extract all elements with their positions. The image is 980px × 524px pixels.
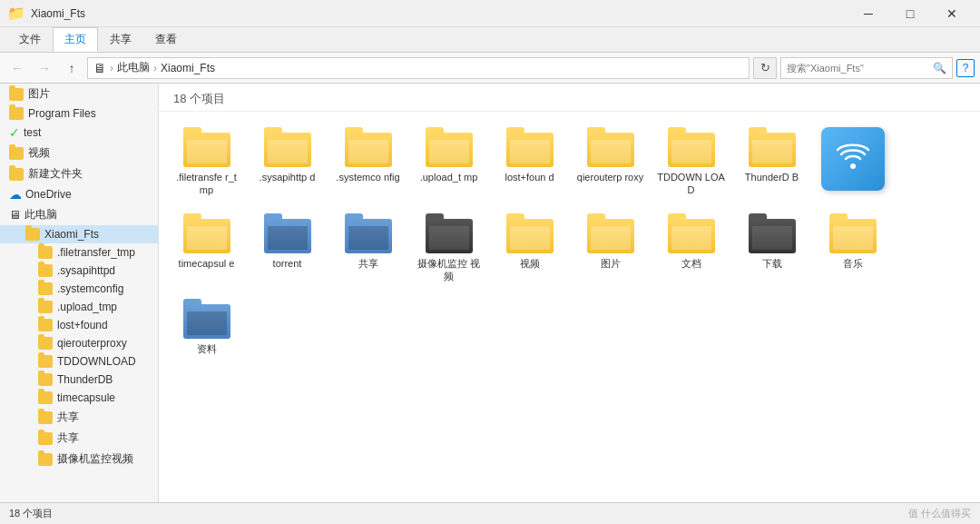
minimize-button[interactable]: ─: [848, 0, 889, 27]
sidebar-label-torrent: 共享: [57, 410, 79, 425]
folder-qierouterproxy[interactable]: qierouterp roxy: [572, 121, 649, 203]
folder-label: timecapsul e: [179, 257, 235, 270]
sidebar-label-qierouterproxy: qierouterproxy: [57, 337, 127, 350]
folder-label: 图片: [601, 257, 621, 270]
folder-label: 共享: [358, 257, 378, 270]
folder-icon-lg: [668, 213, 715, 253]
folder-video[interactable]: 视频: [491, 207, 568, 290]
sidebar-item-sysapihttp[interactable]: .sysapihttpd: [0, 262, 158, 280]
folder-label: qierouterp roxy: [577, 171, 643, 183]
folder-data[interactable]: 资料: [168, 292, 245, 361]
sidebar-item-share[interactable]: 共享: [0, 428, 158, 449]
status-bar: 18 个项目 值 什么值得买: [0, 502, 980, 524]
folder-icon-lg: [183, 299, 230, 339]
folder-filetransfer[interactable]: .filetransfe r_tmp: [168, 121, 245, 203]
close-button[interactable]: ✕: [931, 0, 973, 27]
folder-icon-lg: [426, 213, 473, 253]
folder-timecapsule[interactable]: timecapsul e: [168, 207, 245, 290]
window-title: Xiaomi_Fts: [31, 7, 85, 20]
folder-icon-lg: [345, 213, 392, 253]
folder-label: ThunderD B: [745, 171, 799, 183]
pc-icon: 🖥: [9, 208, 21, 222]
folder-uploadtmp[interactable]: .upload_t mp: [410, 121, 487, 203]
search-input[interactable]: [787, 63, 929, 74]
folder-icon: [9, 168, 24, 181]
main-area: 图片 Program Files ✓ test 视频 新建文件夹 ☁ OneDr…: [0, 84, 980, 502]
folder-icon: [38, 373, 53, 386]
sidebar-label-share: 共享: [57, 430, 79, 446]
watermark: 值 什么值得买: [908, 507, 971, 520]
sidebar-label-uploadtmp: .upload_tmp: [57, 301, 117, 313]
maximize-button[interactable]: □: [889, 0, 931, 27]
title-bar-left: 📁 Xiaomi_Fts: [7, 5, 85, 22]
folder-cameravideo[interactable]: 摄像机监控 视频: [410, 207, 487, 290]
sidebar-item-thispc[interactable]: 🖥 此电脑: [0, 204, 158, 225]
folder-thunderdb[interactable]: ThunderD B: [733, 121, 810, 203]
folder-icon-lg: [749, 213, 796, 253]
forward-button[interactable]: →: [33, 56, 56, 80]
folder-icon: [38, 337, 53, 350]
tab-home[interactable]: 主页: [53, 27, 98, 52]
folder-icon: [38, 264, 53, 277]
folder-icon-lg: [668, 127, 715, 167]
folder-icon: [9, 147, 24, 160]
sidebar-item-test[interactable]: ✓ test: [0, 123, 158, 143]
sidebar-item-tddownload[interactable]: TDDOWNLOAD: [0, 352, 158, 371]
sidebar-item-newfolder[interactable]: 新建文件夹: [0, 163, 158, 184]
folder-label: .filetransfe r_tmp: [172, 171, 240, 197]
sidebar-item-xiaomi-fts[interactable]: Xiaomi_Fts: [0, 225, 158, 243]
folder-torrent[interactable]: torrent: [249, 207, 326, 290]
sidebar-item-qierouterproxy[interactable]: qierouterproxy: [0, 334, 158, 352]
sidebar-label-pictures: 图片: [28, 86, 50, 102]
folder-sysapihttp[interactable]: .sysapihttp d: [249, 121, 326, 203]
sidebar-item-torrent[interactable]: 共享: [0, 407, 158, 428]
folder-icon-lg: [587, 213, 634, 253]
nas-device[interactable]: [814, 121, 891, 203]
sidebar-label-systemconfig: .systemconfig: [57, 282, 123, 295]
folder-icon: [25, 228, 40, 241]
folder-lostfound[interactable]: lost+foun d: [491, 121, 568, 203]
folder-icon: [38, 319, 53, 331]
breadcrumb: 🖥 › 此电脑 › Xiaomi_Fts: [93, 60, 215, 75]
svg-point-0: [850, 163, 856, 169]
sidebar-item-cameravideo[interactable]: 摄像机监控视频: [0, 449, 158, 470]
help-button[interactable]: ?: [956, 59, 975, 77]
tab-view[interactable]: 查看: [143, 27, 189, 52]
nas-icon: [821, 127, 885, 191]
refresh-button[interactable]: ↻: [753, 57, 777, 79]
sidebar-item-programfiles[interactable]: Program Files: [0, 104, 158, 123]
file-grid: .filetransfe r_tmp .sysapihttp d .system…: [159, 112, 980, 502]
sidebar-item-systemconfig[interactable]: .systemconfig: [0, 280, 158, 298]
back-button[interactable]: ←: [5, 56, 29, 80]
folder-icon: [9, 107, 24, 120]
onedrive-icon: ☁: [9, 187, 22, 202]
folder-icon: [38, 411, 53, 424]
folder-pictures[interactable]: 图片: [572, 207, 649, 290]
folder-downloads[interactable]: 下载: [733, 207, 810, 290]
folder-tddownload[interactable]: TDDOWN LOAD: [652, 121, 730, 203]
folder-icon: [38, 301, 53, 313]
folder-music[interactable]: 音乐: [814, 207, 891, 290]
folder-label: 资料: [197, 342, 217, 355]
search-icon: 🔍: [933, 62, 946, 74]
search-bar[interactable]: 🔍: [780, 57, 953, 79]
folder-icon-lg: [264, 213, 311, 253]
sidebar-item-video[interactable]: 视频: [0, 143, 158, 163]
folder-icon-lg: [183, 213, 230, 253]
sidebar-item-uploadtmp[interactable]: .upload_tmp: [0, 298, 158, 316]
sidebar-item-thunderdb[interactable]: ThunderDB: [0, 371, 158, 389]
sidebar-item-filetransfer[interactable]: .filetransfer_tmp: [0, 243, 158, 262]
address-bar[interactable]: 🖥 › 此电脑 › Xiaomi_Fts: [87, 57, 750, 79]
sidebar-item-timecapsule[interactable]: timecapsule: [0, 389, 158, 407]
up-button[interactable]: ↑: [60, 56, 83, 80]
tab-share[interactable]: 共享: [98, 27, 143, 52]
folder-systemconfig[interactable]: .systemco nfig: [329, 121, 407, 203]
sidebar: 图片 Program Files ✓ test 视频 新建文件夹 ☁ OneDr…: [0, 84, 159, 502]
breadcrumb-thispc: 此电脑: [117, 60, 150, 75]
sidebar-item-pictures[interactable]: 图片: [0, 84, 158, 104]
folder-share[interactable]: 共享: [329, 207, 407, 290]
tab-file[interactable]: 文件: [7, 27, 53, 52]
sidebar-item-lostfound[interactable]: lost+found: [0, 316, 158, 334]
folder-documents[interactable]: 文档: [652, 207, 730, 290]
sidebar-item-onedrive[interactable]: ☁ OneDrive: [0, 184, 158, 204]
